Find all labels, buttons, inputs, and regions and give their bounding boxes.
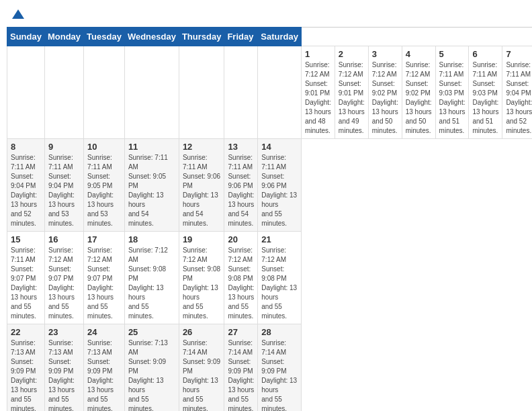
day-number: 3 bbox=[372, 49, 398, 59]
weekday-header-row: SundayMondayTuesdayWednesdayThursdayFrid… bbox=[7, 28, 533, 46]
calendar-day-cell bbox=[44, 46, 83, 139]
day-number: 17 bbox=[87, 234, 121, 244]
day-number: 12 bbox=[183, 142, 221, 152]
day-number: 6 bbox=[472, 49, 498, 59]
day-info: Sunrise: 7:14 AM Sunset: 9:09 PM Dayligh… bbox=[261, 338, 298, 411]
day-info: Sunrise: 7:12 AM Sunset: 9:08 PM Dayligh… bbox=[261, 246, 298, 321]
day-info: Sunrise: 7:13 AM Sunset: 9:09 PM Dayligh… bbox=[11, 338, 41, 411]
calendar-day-cell bbox=[84, 46, 125, 139]
calendar-day-cell: 5Sunrise: 7:11 AM Sunset: 9:03 PM Daylig… bbox=[435, 46, 469, 139]
day-info: Sunrise: 7:11 AM Sunset: 9:04 PM Dayligh… bbox=[48, 153, 80, 228]
calendar-week-row: 1Sunrise: 7:12 AM Sunset: 9:01 PM Daylig… bbox=[7, 46, 533, 139]
svg-marker-0 bbox=[12, 9, 24, 19]
day-info: Sunrise: 7:11 AM Sunset: 9:06 PM Dayligh… bbox=[261, 153, 298, 228]
day-info: Sunrise: 7:12 AM Sunset: 9:01 PM Dayligh… bbox=[339, 60, 365, 136]
calendar-day-cell: 28Sunrise: 7:14 AM Sunset: 9:09 PM Dayli… bbox=[258, 324, 302, 412]
day-number: 15 bbox=[11, 234, 41, 244]
calendar-day-cell: 4Sunrise: 7:12 AM Sunset: 9:02 PM Daylig… bbox=[402, 46, 435, 139]
day-info: Sunrise: 7:11 AM Sunset: 9:07 PM Dayligh… bbox=[11, 246, 41, 321]
day-info: Sunrise: 7:14 AM Sunset: 9:09 PM Dayligh… bbox=[183, 338, 221, 411]
calendar-day-cell: 11Sunrise: 7:11 AM Sunset: 9:05 PM Dayli… bbox=[124, 139, 179, 232]
calendar-day-cell bbox=[258, 46, 302, 139]
day-number: 26 bbox=[183, 327, 221, 337]
calendar-day-cell: 27Sunrise: 7:14 AM Sunset: 9:09 PM Dayli… bbox=[224, 324, 258, 412]
day-number: 28 bbox=[261, 327, 298, 337]
day-info: Sunrise: 7:11 AM Sunset: 9:06 PM Dayligh… bbox=[183, 153, 221, 228]
day-info: Sunrise: 7:12 AM Sunset: 9:01 PM Dayligh… bbox=[305, 60, 331, 136]
calendar-body: 1Sunrise: 7:12 AM Sunset: 9:01 PM Daylig… bbox=[7, 46, 533, 412]
day-number: 10 bbox=[87, 142, 121, 152]
calendar-day-cell: 18Sunrise: 7:12 AM Sunset: 9:08 PM Dayli… bbox=[124, 232, 179, 324]
day-info: Sunrise: 7:12 AM Sunset: 9:02 PM Dayligh… bbox=[406, 60, 432, 136]
calendar-day-cell bbox=[7, 46, 45, 139]
day-number: 24 bbox=[87, 327, 121, 337]
day-info: Sunrise: 7:12 AM Sunset: 9:08 PM Dayligh… bbox=[228, 246, 254, 321]
day-number: 18 bbox=[128, 234, 175, 244]
day-number: 20 bbox=[228, 234, 254, 244]
day-number: 5 bbox=[439, 49, 466, 59]
calendar-day-cell: 8Sunrise: 7:11 AM Sunset: 9:04 PM Daylig… bbox=[7, 139, 45, 232]
weekday-header-cell: Tuesday bbox=[84, 28, 125, 46]
day-info: Sunrise: 7:11 AM Sunset: 9:04 PM Dayligh… bbox=[506, 60, 532, 136]
calendar-week-row: 15Sunrise: 7:11 AM Sunset: 9:07 PM Dayli… bbox=[7, 232, 533, 324]
day-number: 2 bbox=[339, 49, 365, 59]
day-info: Sunrise: 7:12 AM Sunset: 9:08 PM Dayligh… bbox=[183, 246, 221, 321]
day-number: 8 bbox=[11, 142, 41, 152]
calendar-day-cell: 6Sunrise: 7:11 AM Sunset: 9:03 PM Daylig… bbox=[469, 46, 502, 139]
calendar-day-cell: 23Sunrise: 7:13 AM Sunset: 9:09 PM Dayli… bbox=[44, 324, 83, 412]
calendar-day-cell: 3Sunrise: 7:12 AM Sunset: 9:02 PM Daylig… bbox=[368, 46, 402, 139]
calendar-day-cell: 7Sunrise: 7:11 AM Sunset: 9:04 PM Daylig… bbox=[502, 46, 532, 139]
calendar-table: SundayMondayTuesdayWednesdayThursdayFrid… bbox=[7, 27, 532, 411]
calendar-day-cell: 14Sunrise: 7:11 AM Sunset: 9:06 PM Dayli… bbox=[258, 139, 302, 232]
day-number: 11 bbox=[128, 142, 175, 152]
calendar-day-cell: 21Sunrise: 7:12 AM Sunset: 9:08 PM Dayli… bbox=[258, 232, 302, 324]
day-number: 4 bbox=[406, 49, 432, 59]
calendar-day-cell bbox=[179, 46, 224, 139]
weekday-header-cell: Thursday bbox=[179, 28, 224, 46]
day-number: 25 bbox=[128, 327, 175, 337]
day-info: Sunrise: 7:11 AM Sunset: 9:05 PM Dayligh… bbox=[87, 153, 121, 228]
day-info: Sunrise: 7:12 AM Sunset: 9:02 PM Dayligh… bbox=[372, 60, 398, 136]
day-number: 9 bbox=[48, 142, 80, 152]
day-info: Sunrise: 7:11 AM Sunset: 9:04 PM Dayligh… bbox=[11, 153, 41, 228]
calendar-day-cell: 19Sunrise: 7:12 AM Sunset: 9:08 PM Dayli… bbox=[179, 232, 224, 324]
calendar-day-cell: 10Sunrise: 7:11 AM Sunset: 9:05 PM Dayli… bbox=[84, 139, 125, 232]
day-info: Sunrise: 7:12 AM Sunset: 9:08 PM Dayligh… bbox=[128, 246, 175, 321]
calendar-day-cell: 16Sunrise: 7:12 AM Sunset: 9:07 PM Dayli… bbox=[44, 232, 83, 324]
day-info: Sunrise: 7:13 AM Sunset: 9:09 PM Dayligh… bbox=[87, 338, 121, 411]
day-number: 1 bbox=[305, 49, 331, 59]
day-number: 7 bbox=[506, 49, 532, 59]
weekday-header-cell: Saturday bbox=[258, 28, 302, 46]
day-info: Sunrise: 7:14 AM Sunset: 9:09 PM Dayligh… bbox=[228, 338, 254, 411]
day-info: Sunrise: 7:11 AM Sunset: 9:06 PM Dayligh… bbox=[228, 153, 254, 228]
day-number: 22 bbox=[11, 327, 41, 337]
weekday-header-cell: Friday bbox=[224, 28, 258, 46]
day-info: Sunrise: 7:13 AM Sunset: 9:09 PM Dayligh… bbox=[48, 338, 80, 411]
day-number: 16 bbox=[48, 234, 80, 244]
calendar-week-row: 22Sunrise: 7:13 AM Sunset: 9:09 PM Dayli… bbox=[7, 324, 533, 412]
calendar-day-cell: 24Sunrise: 7:13 AM Sunset: 9:09 PM Dayli… bbox=[84, 324, 125, 412]
day-number: 21 bbox=[261, 234, 298, 244]
day-info: Sunrise: 7:11 AM Sunset: 9:05 PM Dayligh… bbox=[128, 153, 175, 228]
day-number: 13 bbox=[228, 142, 254, 152]
calendar-day-cell: 17Sunrise: 7:12 AM Sunset: 9:07 PM Dayli… bbox=[84, 232, 125, 324]
weekday-header-cell: Monday bbox=[44, 28, 83, 46]
day-info: Sunrise: 7:12 AM Sunset: 9:07 PM Dayligh… bbox=[48, 246, 80, 321]
logo bbox=[11, 9, 24, 20]
calendar-day-cell bbox=[224, 46, 258, 139]
day-info: Sunrise: 7:11 AM Sunset: 9:03 PM Dayligh… bbox=[472, 60, 498, 136]
page-header bbox=[7, 7, 525, 23]
calendar-day-cell: 12Sunrise: 7:11 AM Sunset: 9:06 PM Dayli… bbox=[179, 139, 224, 232]
day-number: 23 bbox=[48, 327, 80, 337]
day-info: Sunrise: 7:11 AM Sunset: 9:03 PM Dayligh… bbox=[439, 60, 466, 136]
calendar-day-cell: 15Sunrise: 7:11 AM Sunset: 9:07 PM Dayli… bbox=[7, 232, 45, 324]
logo-icon bbox=[12, 8, 24, 20]
calendar-day-cell: 26Sunrise: 7:14 AM Sunset: 9:09 PM Dayli… bbox=[179, 324, 224, 412]
weekday-header-cell: Wednesday bbox=[124, 28, 179, 46]
calendar-day-cell: 25Sunrise: 7:13 AM Sunset: 9:09 PM Dayli… bbox=[124, 324, 179, 412]
calendar-day-cell: 2Sunrise: 7:12 AM Sunset: 9:01 PM Daylig… bbox=[335, 46, 368, 139]
day-info: Sunrise: 7:13 AM Sunset: 9:09 PM Dayligh… bbox=[128, 338, 175, 411]
day-info: Sunrise: 7:12 AM Sunset: 9:07 PM Dayligh… bbox=[87, 246, 121, 321]
calendar-day-cell: 13Sunrise: 7:11 AM Sunset: 9:06 PM Dayli… bbox=[224, 139, 258, 232]
calendar-day-cell: 1Sunrise: 7:12 AM Sunset: 9:01 PM Daylig… bbox=[301, 46, 335, 139]
